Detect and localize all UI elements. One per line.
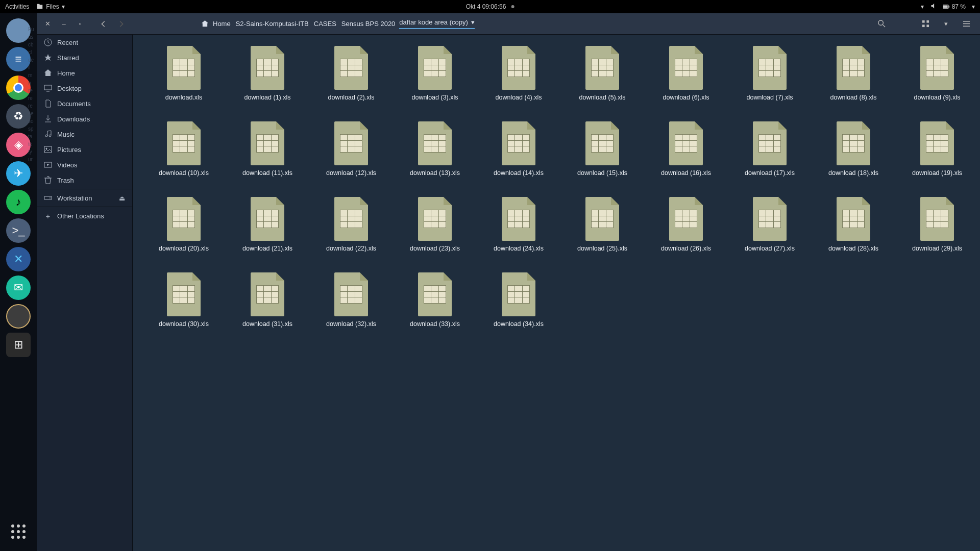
dock-telegram[interactable]: ✈ (6, 161, 31, 186)
sidebar-item-label: Trash (57, 177, 74, 184)
hamburger-menu[interactable] (958, 16, 975, 32)
sidebar-item-starred[interactable]: Starred (37, 50, 132, 65)
sidebar-item-trash[interactable]: Trash (37, 172, 132, 188)
file-item[interactable]: download (1).xls (226, 44, 309, 103)
file-item[interactable]: download (30).xls (142, 270, 226, 330)
battery-indicator[interactable]: 87 % (943, 3, 966, 10)
file-item[interactable]: download (17).xls (728, 119, 812, 179)
file-item[interactable]: download (28).xls (812, 195, 895, 254)
sidebar-item-label: Documents (57, 100, 91, 108)
show-applications[interactable] (8, 521, 29, 542)
file-item[interactable]: download (6).xls (644, 44, 728, 103)
file-item[interactable]: download (19).xls (895, 119, 979, 179)
top-panel: Activities Files ▾ Okt 4 09:06:56 ▾ 87 %… (0, 0, 980, 13)
sidebar-item-pictures[interactable]: Pictures (37, 142, 132, 157)
maximize-button[interactable]: ▫ (72, 16, 88, 32)
music-icon (44, 130, 52, 138)
spreadsheet-icon (418, 272, 452, 316)
file-item[interactable]: download (5).xls (560, 44, 644, 103)
file-view[interactable]: download.xlsdownload (1).xlsdownload (2)… (133, 35, 980, 551)
file-item[interactable]: download (34).xls (477, 270, 560, 330)
file-item[interactable]: download (21).xls (226, 195, 309, 254)
sidebar-other-locations[interactable]: +Other Locations (37, 208, 132, 223)
file-item[interactable]: download (32).xls (309, 270, 393, 330)
file-name: download (31).xls (242, 320, 292, 328)
file-item[interactable]: download (26).xls (644, 195, 728, 254)
search-button[interactable] (873, 16, 890, 32)
sidebar-item-downloads[interactable]: Downloads (37, 111, 132, 127)
dock-app-3[interactable]: ♻ (6, 104, 31, 129)
svg-rect-7 (926, 24, 929, 27)
file-item[interactable]: download (4).xls (477, 44, 560, 103)
dock-chrome[interactable] (6, 76, 31, 100)
breadcrumb-item[interactable]: CASES (313, 19, 337, 29)
file-item[interactable]: download (20).xls (142, 195, 226, 254)
file-name: download (33).xls (410, 320, 460, 328)
file-item[interactable]: download (16).xls (644, 119, 728, 179)
file-item[interactable]: download (2).xls (309, 44, 393, 103)
file-item[interactable]: download (3).xls (393, 44, 477, 103)
sidebar-item-documents[interactable]: Documents (37, 96, 132, 111)
file-item[interactable]: download (24).xls (477, 195, 560, 254)
dock-app-5[interactable] (6, 304, 31, 329)
view-grid-button[interactable] (917, 16, 934, 32)
activities-button[interactable]: Activities (5, 3, 29, 10)
eject-icon[interactable]: ⏏ (119, 194, 125, 202)
close-button[interactable]: ✕ (40, 16, 55, 32)
file-item[interactable]: download (7).xls (728, 44, 812, 103)
file-item[interactable]: download.xls (142, 44, 226, 103)
file-item[interactable]: download (13).xls (393, 119, 477, 179)
dock-spotify[interactable]: ♪ (6, 190, 31, 214)
file-item[interactable]: download (29).xls (895, 195, 979, 254)
dock-app-1[interactable] (6, 18, 31, 43)
spreadsheet-icon (418, 121, 452, 165)
clock[interactable]: Okt 4 09:06:56 (466, 3, 514, 10)
dock-app-4[interactable]: ◈ (6, 133, 31, 157)
sidebar-item-recent[interactable]: Recent (37, 35, 132, 50)
file-name: download (11).xls (242, 169, 292, 177)
file-item[interactable]: download (22).xls (309, 195, 393, 254)
sidebar-mount-workstation[interactable]: Workstation⏏ (37, 190, 132, 206)
file-item[interactable]: download (25).xls (560, 195, 644, 254)
file-item[interactable]: download (11).xls (226, 119, 309, 179)
spreadsheet-icon (418, 46, 452, 90)
file-item[interactable]: download (8).xls (812, 44, 895, 103)
file-item[interactable]: download (31).xls (226, 270, 309, 330)
system-menu-icon[interactable]: ▾ (972, 3, 975, 10)
file-item[interactable]: download (9).xls (895, 44, 979, 103)
network-icon[interactable]: ▾ (921, 3, 924, 10)
spreadsheet-icon (502, 46, 535, 90)
file-item[interactable]: download (10).xls (142, 119, 226, 179)
dock-terminal[interactable]: >_ (6, 218, 31, 243)
sidebar-item-music[interactable]: Music (37, 127, 132, 142)
sidebar-item-desktop[interactable]: Desktop (37, 81, 132, 96)
breadcrumb-item[interactable]: Sensus BPS 2020 (340, 19, 397, 29)
sidebar-item-videos[interactable]: Videos (37, 157, 132, 172)
spreadsheet-icon (334, 197, 368, 241)
file-item[interactable]: download (18).xls (812, 119, 895, 179)
app-menu[interactable]: Files ▾ (36, 3, 64, 10)
dock-app-2[interactable]: ≡ (6, 47, 31, 71)
file-item[interactable]: download (23).xls (393, 195, 477, 254)
minimize-button[interactable]: – (56, 16, 71, 32)
file-item[interactable]: download (12).xls (309, 119, 393, 179)
file-item[interactable]: download (14).xls (477, 119, 560, 179)
file-item[interactable]: download (27).xls (728, 195, 812, 254)
view-options-button[interactable]: ▾ (937, 16, 954, 32)
back-button[interactable] (95, 16, 112, 32)
file-item[interactable]: download (15).xls (560, 119, 644, 179)
notification-dot-icon (511, 5, 514, 8)
forward-button[interactable] (112, 16, 130, 32)
file-item[interactable]: download (33).xls (393, 270, 477, 330)
file-name: download (32).xls (326, 320, 376, 328)
spreadsheet-icon (669, 121, 703, 165)
dock-vscode[interactable]: ✕ (6, 247, 31, 271)
dock-app-6[interactable]: ⊞ (6, 333, 31, 357)
dock-mail[interactable]: ✉ (6, 276, 31, 300)
volume-icon[interactable] (930, 3, 937, 11)
breadcrumb-current[interactable]: daftar kode area (copy) ▾ (399, 18, 474, 29)
file-name: download (17).xls (745, 169, 795, 177)
sidebar-item-home[interactable]: Home (37, 65, 132, 81)
breadcrumb-item[interactable]: Home (212, 19, 232, 29)
breadcrumb-item[interactable]: S2-Sains-Komputasi-ITB (235, 19, 310, 29)
